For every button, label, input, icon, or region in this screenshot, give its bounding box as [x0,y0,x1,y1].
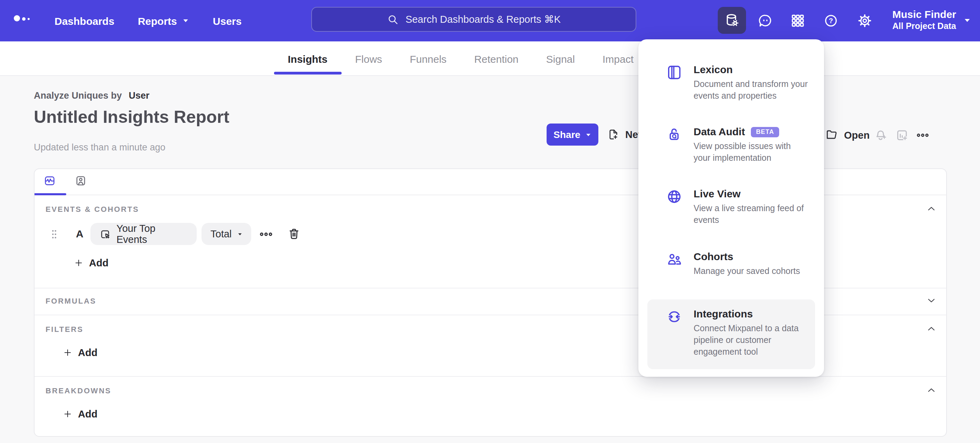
menu-item-live-view[interactable]: Live View View a live streaming feed of … [648,179,815,235]
svg-text:?: ? [829,17,833,24]
menu-item-description: View a live streaming feed of events [694,203,808,226]
mixpanel-logo-icon[interactable] [14,14,32,27]
caret-down-icon [183,17,189,24]
analyze-row: Analyze Uniques by User [34,91,150,101]
data-management-dropdown: Lexicon Document and transform your even… [638,39,824,377]
settings-gear-icon[interactable] [857,13,872,28]
event-cursor-icon [99,228,111,240]
create-alert-bell-icon[interactable] [874,129,888,142]
add-label: Add [89,257,108,268]
collapse-events-chevron-up-icon[interactable] [926,203,937,214]
menu-item-integrations[interactable]: Integrations Connect Mixpanel to a data … [648,300,815,369]
event-selector-pill[interactable]: Your Top Events [91,223,197,245]
menu-item-data-audit[interactable]: Data Audit BETA View possible issues wit… [648,117,815,173]
add-filter-button[interactable]: Add [63,347,97,358]
more-options-icon[interactable] [916,129,930,142]
plus-icon [74,258,84,268]
tab-flows[interactable]: Flows [341,41,396,76]
active-view-underline [35,193,66,195]
project-name: Music Finder [892,8,956,21]
drag-handle-icon[interactable] [50,229,59,240]
share-label: Share [554,129,581,140]
menu-item-title: Live View [694,188,741,200]
add-to-dashboard-icon[interactable] [895,129,909,142]
add-event-button[interactable]: Add [74,257,108,268]
caret-down-icon [237,231,242,237]
app-root: Dashboards Reports Users Search Dashboar… [0,0,980,443]
updated-timestamp: Updated less than a minute ago [34,142,165,152]
aggregation-value: Total [210,229,232,240]
page-title[interactable]: Untitled Insights Report [34,107,229,127]
section-label-events: EVENTS & COHORTS [46,205,139,213]
users-view-tab[interactable] [75,175,87,187]
data-management-button[interactable] [718,7,746,34]
delete-event-trash-icon[interactable] [287,227,301,241]
aggregation-dropdown[interactable]: Total [202,223,251,245]
data-audit-lock-icon [666,126,682,143]
section-label-formulas: FORMULAS [46,297,96,305]
menu-item-title: Lexicon [694,64,733,76]
section-label-breakdowns: BREAKDOWNS [46,386,111,395]
nav-item-dashboards[interactable]: Dashboards [54,15,114,27]
folder-icon [826,129,838,141]
search-icon [387,13,399,25]
project-scope: All Project Data [892,21,956,32]
beta-badge: BETA [751,127,779,137]
menu-item-title: Data Audit [694,125,745,138]
cohorts-people-icon [666,251,682,268]
lexicon-icon [666,64,682,81]
add-breakdown-button[interactable]: Add [63,408,97,419]
search-input[interactable]: Search Dashboards & Reports ⌘K [311,7,636,32]
menu-item-description: Document and transform your events and p… [694,79,808,102]
add-label: Add [78,408,97,419]
menu-item-description: Manage your saved cohorts [694,266,808,277]
tab-signal[interactable]: Signal [533,41,589,76]
menu-item-description: View possible issues with your implement… [694,141,808,164]
open-report-button[interactable]: Open [826,129,870,141]
top-nav: Dashboards Reports Users Search Dashboar… [0,0,980,41]
event-more-options-icon[interactable] [259,227,273,241]
plus-icon [63,409,72,419]
expand-formulas-chevron-down-icon[interactable] [926,295,937,306]
tab-insights[interactable]: Insights [274,41,341,76]
apps-grid-icon[interactable] [790,13,805,28]
caret-down-icon [963,16,971,24]
events-view-tab[interactable] [43,175,56,187]
caret-down-icon [585,132,592,138]
collapse-breakdowns-chevron-up-icon[interactable] [926,385,937,395]
menu-item-description: Connect Mixpanel to a data pipeline or c… [694,323,808,358]
event-name: Your Top Events [117,223,188,245]
nav-item-label: Reports [138,15,177,27]
help-icon[interactable]: ? [823,13,838,28]
nav-item-reports[interactable]: Reports [138,15,189,27]
nav-item-label: Users [213,15,242,27]
data-management-icon [724,13,740,28]
open-label: Open [844,129,870,140]
nav-item-users[interactable]: Users [213,15,242,27]
event-letter-label: A [76,228,84,240]
live-view-globe-icon [666,188,682,205]
integrations-sync-icon [666,308,682,325]
section-label-filters: FILTERS [46,325,84,333]
menu-item-title: Cohorts [694,251,733,263]
menu-item-lexicon[interactable]: Lexicon Document and transform your even… [648,55,815,110]
nav-menu: Dashboards Reports Users [54,0,242,41]
document-plus-icon [607,129,620,141]
plus-icon [63,348,72,357]
report-tabs: Insights Flows Funnels Retention Signal … [274,41,648,76]
feedback-icon[interactable] [758,13,773,28]
analyze-label: Analyze Uniques by [34,91,122,101]
menu-item-cohorts[interactable]: Cohorts Manage your saved cohorts [648,242,815,286]
nav-item-label: Dashboards [54,15,114,27]
project-selector[interactable]: Music Finder All Project Data [892,8,971,32]
search-placeholder: Search Dashboards & Reports ⌘K [406,14,561,25]
tab-funnels[interactable]: Funnels [396,41,460,76]
report-tabbar: Insights Flows Funnels Retention Signal … [0,41,980,76]
collapse-filters-chevron-up-icon[interactable] [926,324,937,334]
menu-item-title: Integrations [694,308,753,320]
share-button[interactable]: Share [547,124,598,146]
add-label: Add [78,347,97,358]
tab-retention[interactable]: Retention [460,41,532,76]
analyze-value-selector[interactable]: User [129,91,150,101]
